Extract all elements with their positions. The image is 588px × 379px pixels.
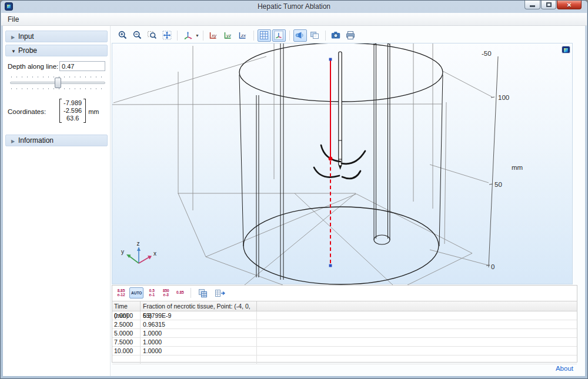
graphics-scene: -50 100 mm 50 0 z [112, 43, 573, 285]
section-header-probe[interactable]: ▼Probe [5, 45, 108, 56]
graphics-canvas[interactable]: -50 100 mm 50 0 z [112, 43, 573, 284]
decimal-notation-button[interactable]: 0.85 [174, 287, 186, 298]
depth-along-line-label: Depth along line: [8, 63, 59, 70]
export-table-button[interactable] [212, 287, 228, 298]
toolbar-separator [191, 288, 191, 298]
triad-z-label: z [137, 240, 140, 247]
cell-time[interactable]: 7.5000 [112, 338, 141, 346]
table-toolbar: 8.85 e-12 AUTO 0.5 e-1 850 e-3 0.85 [112, 286, 577, 300]
table-row[interactable]: 2.5000 0.96315 [112, 320, 577, 329]
probe-section-body: Depth along line: Coordinates: -7.989 [3, 56, 110, 129]
coordinate-z: 63.6 [64, 115, 82, 122]
zoom-in-icon [118, 30, 128, 41]
section-header-input[interactable]: ▶Input [5, 31, 108, 42]
axis-label-50: 50 [495, 181, 502, 188]
section-label-information: Information [18, 136, 54, 145]
automatic-notation-button[interactable]: AUTO [129, 287, 143, 298]
about-link[interactable]: About [556, 365, 573, 372]
zoom-out-icon [132, 30, 143, 41]
cell-fraction[interactable]: 1.0000 [141, 329, 257, 337]
coordinates-label: Coordinates: [8, 108, 59, 123]
toolbar-separator [203, 31, 203, 41]
axis-orientation-icon [273, 30, 284, 41]
camera-icon [330, 30, 341, 41]
chevron-right-icon: ▶ [11, 136, 18, 147]
printer-icon [345, 30, 356, 41]
toolbar-separator [253, 31, 254, 41]
cell-fraction[interactable]: 1.0000 [141, 347, 257, 355]
triad-x-label: x [153, 250, 156, 257]
full-precision-icon: 8.85 e-12 [117, 289, 125, 297]
view-zx-button[interactable]: zx [236, 29, 250, 42]
grid-icon [259, 30, 269, 41]
zoom-in-button[interactable] [116, 29, 129, 42]
main-area: ▼ xy yz zx [111, 26, 585, 376]
axis-label-100: 100 [498, 94, 509, 101]
axis-label-neg50: -50 [482, 50, 492, 57]
section-label-probe: Probe [18, 46, 37, 55]
depth-slider[interactable] [10, 75, 105, 90]
table-row[interactable]: 10.000 1.0000 [112, 347, 577, 355]
cell-fraction[interactable]: 5.8799E-9 [141, 311, 257, 320]
minimize-button[interactable] [524, 1, 540, 9]
zoom-extents-icon [162, 30, 172, 41]
view-zx-icon: zx [238, 30, 249, 41]
table-row[interactable]: 5.0000 1.0000 [112, 329, 577, 338]
table-empty-row [112, 355, 577, 364]
cell-fraction[interactable]: 0.96315 [141, 320, 257, 328]
svg-text:xy: xy [211, 33, 217, 38]
engineering-notation-icon: 850 e-3 [163, 289, 169, 297]
table-row[interactable]: 7.5000 1.0000 [112, 338, 577, 347]
table-header-row[interactable]: Time (min) Fraction of necrotic tissue, … [112, 301, 577, 311]
toolbar-separator [289, 31, 290, 41]
view-xy-icon: xy [208, 30, 219, 41]
app-window: Hepatic Tumor Ablation ✕ File ▶Input ▼Pr… [0, 0, 588, 379]
zoom-out-button[interactable] [131, 29, 144, 42]
show-axis-orientation-button[interactable] [272, 29, 286, 42]
transparency-icon [309, 30, 320, 41]
depth-along-line-input[interactable] [59, 61, 105, 71]
view-yz-icon: yz [223, 30, 234, 41]
cell-time[interactable]: 10.000 [112, 347, 141, 355]
cell-time[interactable]: 2.5000 [112, 320, 141, 328]
transparency-button[interactable] [308, 29, 322, 42]
zoom-extents-button[interactable] [160, 29, 173, 42]
copy-table-button[interactable] [196, 287, 210, 298]
zoom-box-icon [147, 30, 158, 41]
engineering-notation-button[interactable]: 850 e-3 [160, 287, 172, 298]
section-label-input: Input [18, 32, 34, 41]
bracket-right [83, 99, 86, 123]
show-grid-button[interactable] [258, 29, 271, 42]
slider-thumb[interactable] [55, 78, 61, 88]
minimize-icon [530, 5, 535, 7]
scientific-notation-icon: 0.5 e-1 [149, 289, 155, 297]
toolbar-separator [177, 31, 178, 41]
results-panel: 8.85 e-12 AUTO 0.5 e-1 850 e-3 0.85 [112, 285, 577, 363]
snapshot-button[interactable] [329, 29, 343, 42]
cell-time[interactable]: 5.0000 [112, 329, 141, 337]
cell-time[interactable]: 0.0000 [112, 311, 141, 320]
column-header-time[interactable]: Time (min) [112, 301, 141, 311]
zoom-box-button[interactable] [145, 29, 159, 42]
plot-window-icon[interactable] [562, 46, 570, 53]
table-row[interactable]: 0.0000 5.8799E-9 [112, 311, 577, 320]
view-yz-button[interactable]: yz [222, 29, 235, 42]
menu-file[interactable]: File [3, 14, 24, 25]
cell-fraction[interactable]: 1.0000 [141, 338, 257, 346]
column-header-fraction[interactable]: Fraction of necrotic tissue, Point: (-4,… [141, 301, 257, 311]
view-xy-button[interactable]: xy [207, 29, 220, 42]
settings-sidebar: ▶Input ▼Probe Depth along line: Coordina… [3, 26, 111, 376]
scene-light-button[interactable] [293, 29, 307, 42]
full-precision-button[interactable]: 8.85 e-12 [115, 287, 127, 298]
close-button[interactable]: ✕ [557, 1, 582, 9]
default-3d-view-button[interactable] [181, 29, 195, 42]
window-controls: ✕ [524, 1, 582, 9]
dropdown-caret-icon[interactable]: ▼ [195, 33, 199, 38]
section-header-information[interactable]: ▶Information [5, 135, 108, 146]
svg-text:yz: yz [226, 33, 231, 38]
maximize-button[interactable] [541, 1, 556, 9]
scientific-notation-button[interactable]: 0.5 e-1 [146, 287, 158, 298]
export-table-icon [214, 288, 226, 298]
titlebar[interactable]: Hepatic Tumor Ablation ✕ [1, 1, 587, 13]
print-button[interactable] [344, 29, 358, 42]
